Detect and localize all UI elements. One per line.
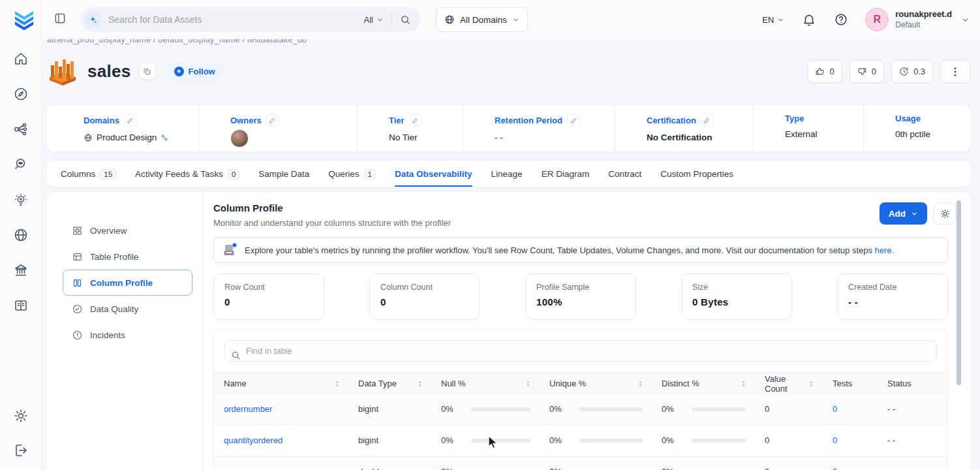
nav-incidents[interactable]: Incidents	[63, 322, 192, 348]
table-header-row: Name▲▼ Data Type▲▼ Null %▲▼ Unique %▲▼ D…	[214, 372, 947, 394]
version-history-button[interactable]: 0.3	[891, 60, 933, 83]
status-cell: - -	[878, 467, 947, 470]
tests-link[interactable]: 0	[823, 404, 878, 414]
metadata-certification: Certification No Certification	[615, 105, 754, 151]
metadata-usage: Usage 0th pctile	[864, 105, 970, 151]
col-header-null-pct[interactable]: Null %▲▼	[431, 373, 540, 394]
glossary-book-icon[interactable]	[13, 298, 29, 313]
nav-column-profile[interactable]: Column Profile	[63, 270, 192, 296]
observability-search-icon[interactable]	[13, 157, 29, 172]
col-header-data-type[interactable]: Data Type▲▼	[348, 373, 431, 394]
edit-pencil-icon[interactable]	[567, 114, 580, 127]
chevron-down-icon[interactable]	[961, 16, 970, 24]
breadcrumb[interactable]: athena_prod_display_name / default_displ…	[47, 39, 970, 46]
domains-globe-icon[interactable]	[13, 227, 29, 243]
tests-link[interactable]: 0	[823, 435, 878, 445]
user-menu[interactable]: rounakpreet.d Default	[895, 9, 952, 29]
sidebar-toggle-icon[interactable]	[54, 12, 67, 27]
search-input[interactable]	[108, 14, 364, 25]
tab-lineage[interactable]: Lineage	[491, 161, 523, 187]
all-domains-dropdown[interactable]: All Domains	[436, 7, 528, 32]
settings-gear-icon[interactable]	[13, 408, 29, 424]
distinct-pct-cell: 0%	[652, 435, 755, 445]
column-name-link[interactable]: ordernumber	[214, 404, 348, 414]
data-type-cell: double	[348, 467, 431, 470]
metadata-type: Type External	[754, 105, 864, 151]
progress-bar	[471, 439, 530, 443]
col-header-unique-pct[interactable]: Unique %▲▼	[540, 373, 652, 394]
alert-circle-icon	[72, 330, 83, 341]
home-icon[interactable]	[13, 51, 29, 67]
search-icon[interactable]	[400, 14, 411, 25]
unique-pct-cell: 0%	[540, 467, 652, 470]
tab-contract[interactable]: Contract	[608, 161, 641, 187]
stat-row-count: Row Count 0	[213, 274, 324, 320]
progress-bar	[692, 439, 746, 443]
distinct-pct-cell: 0%	[652, 404, 755, 414]
profiler-settings-button[interactable]	[934, 202, 956, 225]
nav-table-profile[interactable]: Table Profile	[63, 243, 192, 270]
nav-overview[interactable]: Overview	[63, 217, 192, 243]
docs-link[interactable]: here.	[875, 245, 895, 255]
null-pct-cell: 0%	[431, 404, 540, 414]
follow-star-icon: ★	[174, 67, 184, 76]
sort-icon: ▲▼	[526, 380, 530, 387]
profile-stat-cards: Row Count 0 Column Count 0 Profile Sampl…	[213, 274, 948, 320]
global-search-bar[interactable]: All	[81, 7, 420, 32]
null-pct-cell: 0%	[431, 467, 540, 470]
edit-pencil-icon[interactable]	[124, 114, 137, 127]
left-nav-rail	[0, 0, 42, 470]
notifications-bell-icon[interactable]	[802, 12, 816, 27]
column-name-link[interactable]: quantityordered	[214, 435, 348, 445]
progress-bar	[579, 439, 643, 443]
search-scope-dropdown[interactable]: All	[364, 15, 384, 25]
insights-bulb-icon[interactable]	[13, 192, 29, 208]
copy-icon[interactable]	[139, 63, 156, 80]
edit-pencil-icon[interactable]	[266, 114, 279, 127]
governance-bank-icon[interactable]	[13, 262, 29, 278]
subdomain-link-icon	[161, 134, 168, 142]
null-pct-cell: 0%	[431, 435, 540, 445]
progress-bar	[579, 407, 643, 411]
find-in-table-input[interactable]	[224, 340, 937, 362]
app-logo-icon[interactable]	[13, 8, 35, 31]
tests-link[interactable]: 0	[823, 467, 878, 470]
downvote-button[interactable]: 0	[850, 60, 884, 83]
owner-avatar[interactable]	[230, 129, 249, 148]
data-flow-icon[interactable]	[13, 121, 29, 137]
globe-icon	[444, 14, 455, 25]
tab-custom-properties[interactable]: Custom Properties	[660, 161, 733, 187]
sort-icon: ▲▼	[638, 380, 643, 387]
tab-columns[interactable]: Columns15	[61, 161, 116, 187]
user-workspace: Default	[895, 20, 952, 30]
tab-activity-feeds[interactable]: Activity Feeds & Tasks0	[135, 161, 239, 187]
col-header-value-count[interactable]: Value Count▲▼	[755, 373, 823, 394]
user-avatar[interactable]: R	[865, 8, 889, 31]
find-in-table-field[interactable]	[224, 345, 937, 356]
entity-tabs: Columns15 Activity Feeds & Tasks0 Sample…	[47, 161, 970, 187]
add-button[interactable]: Add	[880, 202, 927, 225]
help-icon[interactable]	[834, 12, 848, 27]
col-header-name[interactable]: Name▲▼	[214, 373, 348, 394]
chevron-down-icon	[911, 210, 918, 217]
page-title: sales	[87, 61, 131, 82]
follow-button[interactable]: ★ Follow	[166, 62, 223, 80]
tab-sample-data[interactable]: Sample Data	[258, 161, 309, 187]
edit-pencil-icon[interactable]	[701, 114, 714, 127]
upvote-button[interactable]: 0	[807, 60, 842, 83]
tab-queries[interactable]: Queries1	[328, 161, 376, 187]
language-selector[interactable]: EN	[762, 15, 784, 25]
table-row: ordernumber bigint 0% 0% 0% 0 0 - -	[214, 394, 947, 425]
tab-er-diagram[interactable]: ER Diagram	[542, 161, 590, 187]
edit-pencil-icon[interactable]	[409, 114, 422, 127]
status-cell: - -	[878, 435, 947, 445]
vertical-scrollbar[interactable]	[957, 200, 961, 385]
explore-compass-icon[interactable]	[13, 86, 29, 102]
nav-data-quality[interactable]: Data Quality	[63, 296, 192, 322]
logout-icon[interactable]	[13, 443, 29, 458]
table-row: quantityordered bigint 0% 0% 0% 0 0 - -	[214, 425, 947, 456]
distinct-pct-cell: 0%	[652, 467, 755, 470]
more-actions-button[interactable]: ⋮	[940, 60, 970, 83]
col-header-distinct-pct[interactable]: Distinct %▲▼	[652, 373, 755, 394]
tab-data-observability[interactable]: Data Observability	[395, 161, 472, 187]
